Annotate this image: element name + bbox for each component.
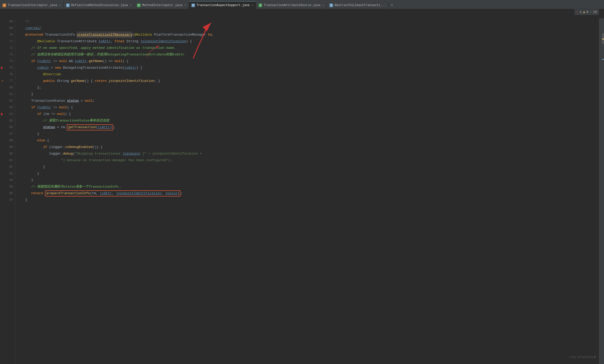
gutter-68: 68 [0, 18, 15, 25]
tab-close-4[interactable]: × [323, 4, 324, 7]
gutter-82: 82 [0, 98, 15, 104]
gutter-81: 81 [0, 91, 15, 98]
gutter-86: 86 [0, 124, 15, 131]
code-line-72: // If no name specified, apply method id… [15, 45, 599, 51]
gutter-76: 76 [0, 71, 15, 78]
scroll-gutter[interactable] [599, 18, 604, 364]
warning-count: 8 [586, 10, 588, 14]
code-line-73: // 如果没有名称指定则使用方法唯一标识，并使用DelegatingTransa… [15, 51, 599, 58]
code-line-96: return prepareTransactionInfo(tm, txAttr… [15, 190, 599, 197]
code-line-92: } [15, 164, 599, 170]
tab-overflow[interactable]: ▾ [389, 1, 395, 9]
class-icon-active: C [191, 4, 195, 7]
tab-transaction-aspect-support[interactable]: C TransactionAspectSupport.java × [189, 1, 256, 9]
info-marker-1 [602, 59, 604, 60]
gutter-97: 97 [0, 197, 15, 203]
gutter-70: 70 [0, 32, 15, 38]
tab-close-3[interactable]: × [252, 4, 253, 7]
code-line-88: else { [15, 137, 599, 144]
tab-transaction-interceptor[interactable]: J TransactionInterceptor.java × [0, 1, 64, 9]
code-line-80: }; [15, 84, 599, 91]
code-line-82: TransactionStatus status = null; [15, 98, 599, 104]
gutter-90: 90 [0, 150, 15, 157]
gutter-71: 71 [0, 38, 15, 45]
error-icon: ⚠ [577, 10, 578, 14]
code-line-93: } [15, 170, 599, 177]
gutter-77: 77 [0, 78, 15, 84]
gutter-88: 88 [0, 137, 15, 144]
highlight-get-transaction: getTransaction(txAttr) [67, 124, 113, 130]
tab-reflective-method[interactable]: C ReflectiveMethodInvocation.java × [64, 1, 134, 9]
gutter-72: 72 [0, 45, 15, 51]
tab-method-interceptor[interactable]: I MethodInterceptor.java × [134, 1, 189, 9]
interface-icon: I [137, 4, 141, 7]
code-line-91: "] because no transaction manager has be… [15, 157, 599, 164]
gutter-75: 75 [0, 65, 15, 71]
watermark: CSDN @不知名的矢量 [569, 355, 596, 359]
code-line-75: txAttr = new DelegatingTransactionAttrib… [15, 65, 599, 71]
code-line-84: if (tm != null) { [15, 111, 599, 117]
warning-marker-1 [602, 39, 604, 39]
gutter-89: 89 [0, 144, 15, 150]
code-line-89: if (logger.isDebugEnabled()) { [15, 144, 599, 150]
gutter-84: 84 [0, 111, 15, 117]
error-count: 1 [580, 10, 582, 14]
code-line-76: @Override [15, 71, 599, 78]
code-line-68: */ [15, 18, 599, 25]
ok-count: 19 [593, 10, 597, 14]
highlight-prepare-transaction: prepareTransactionInfo(tm, txAttr, joinp… [45, 190, 180, 196]
code-line-97: } [15, 197, 599, 203]
code-line-87: } [15, 131, 599, 137]
gutter-83: 83 [0, 104, 15, 111]
code-line-86: status = tm.getTransaction(txAttr); [15, 124, 599, 131]
warnings-bar: ⚠ 1 ▲ 8 ✓ 19 [575, 9, 599, 15]
code-editor[interactable]: */ /serial/ protected TransactionInfo cr… [15, 18, 599, 364]
code-line-90: logger.debug("Skipping transactional joi… [15, 150, 599, 157]
java-icon: J [3, 4, 6, 7]
code-line-95: // 根据指定的属性与status准备一个TransactionInfo， [15, 184, 599, 190]
warning-icon: ▲ [583, 10, 585, 14]
ok-icon: ✓ [590, 10, 592, 14]
code-line-71: @Nullable TransactionAttribute txAttr, f… [15, 38, 599, 45]
gutter-94: 94 [0, 177, 15, 184]
code-line-69: /serial/ [15, 25, 599, 32]
gutter-87: 87 [0, 131, 15, 137]
interface-icon-4: I [259, 4, 262, 7]
code-line-81: } [15, 91, 599, 98]
gutter-93: 93 [0, 170, 15, 177]
tab-close-2[interactable]: × [184, 4, 186, 7]
code-line-83: if (txAttr != null) { [15, 104, 599, 111]
gutter-69: 69 [0, 25, 15, 32]
code-line-77: public String getName() { return joinpoi… [15, 78, 599, 84]
code-line-85: // 获取TransactionStatus事务状态信息 [15, 117, 599, 124]
gutter-74: 74 [0, 58, 15, 65]
gutter-73: 73 [0, 51, 15, 58]
code-line-94: } [15, 177, 599, 184]
code-line-70: protected TransactionInfo createTransact… [15, 32, 599, 38]
gutter-91: 91 [0, 157, 15, 164]
gutter-85: 85 [0, 117, 15, 124]
tab-bar: J TransactionInterceptor.java × C Reflec… [0, 0, 604, 9]
class-icon-5: C [329, 4, 333, 7]
gutter-96: 96 [0, 190, 15, 197]
gutter-92: 92 [0, 164, 15, 170]
tab-close-0[interactable]: × [59, 4, 61, 7]
gutter-80: 80 [0, 84, 15, 91]
code-line-74: if (txAttr != null && txAttr.getName() =… [15, 58, 599, 65]
class-icon: C [66, 4, 70, 7]
tab-transaction-attribute-source[interactable]: I TransactionAttributeSource.java × [256, 1, 327, 9]
gutter-95: 95 [0, 184, 15, 190]
line-number-gutter: 68 69 70 71 72 73 74 75 76 77 80 81 82 8… [0, 18, 15, 364]
tab-abstract-fallback[interactable]: C AbstractFallbackTransacti... [327, 1, 389, 9]
tab-close-1[interactable]: × [130, 4, 132, 7]
